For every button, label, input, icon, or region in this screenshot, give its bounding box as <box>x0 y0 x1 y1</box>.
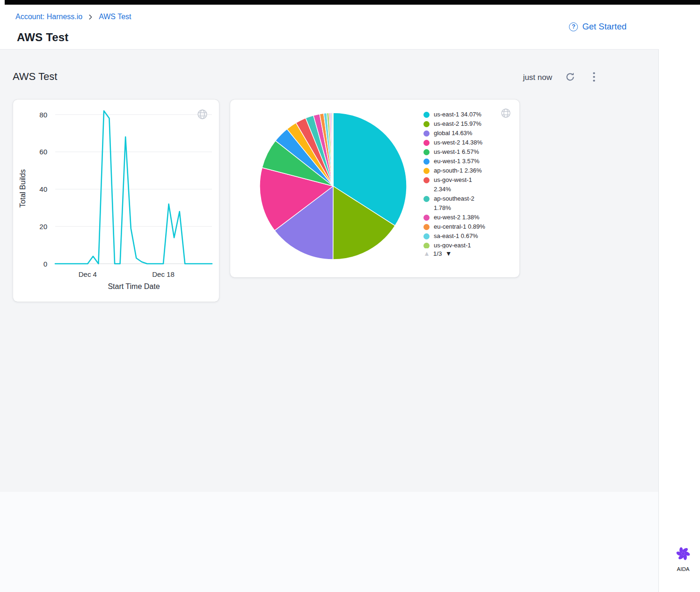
chevron-right-icon <box>88 14 94 20</box>
dashboard-controls: just now <box>523 72 595 84</box>
svg-text:Dec 4: Dec 4 <box>79 270 97 278</box>
legend-color-dot <box>423 215 430 221</box>
legend-item[interactable]: ap-south-1 2.36% <box>423 166 495 175</box>
aida-label: AIDA <box>670 566 696 572</box>
dashboard-title: AWS Test <box>13 71 57 83</box>
legend-color-dot <box>423 159 430 165</box>
legend-label: ap-southeast-2 1.78% <box>434 194 487 213</box>
pie-legend: us-east-1 34.07%us-east-2 15.97%global 1… <box>423 110 495 257</box>
aida-assistant-button[interactable]: AIDA <box>670 544 696 572</box>
breadcrumb: Account: Harness.io AWS Test <box>15 13 131 21</box>
legend-color-dot <box>423 112 430 118</box>
breadcrumb-account-link[interactable]: Account: Harness.io <box>15 13 82 21</box>
legend-page-up-button[interactable]: ▲ <box>423 250 430 257</box>
svg-text:40: 40 <box>39 185 47 193</box>
globe-icon <box>197 108 208 122</box>
pie-chart-card: us-east-1 34.07%us-east-2 15.97%global 1… <box>230 100 519 277</box>
legend-item[interactable]: eu-central-1 0.89% <box>423 222 495 231</box>
legend-label: ap-south-1 2.36% <box>434 166 487 175</box>
get-started-button[interactable]: ? Get Started <box>566 21 629 32</box>
refresh-button[interactable] <box>565 72 576 84</box>
legend-label: us-west-2 14.38% <box>434 138 487 147</box>
legend-color-dot <box>423 130 430 137</box>
legend-color-dot <box>423 121 430 127</box>
svg-text:0: 0 <box>44 260 47 268</box>
globe-icon <box>500 108 511 121</box>
last-refreshed-label: just now <box>523 73 552 82</box>
legend-item[interactable]: us-gov-west-1 2.34% <box>423 175 495 194</box>
page: Account: Harness.io AWS Test AWS Test ? … <box>0 0 700 592</box>
legend-item[interactable]: us-east-2 15.97% <box>423 119 495 129</box>
kebab-menu-icon <box>593 72 595 83</box>
legend-item[interactable]: us-gov-east-1 0.48% <box>423 241 495 248</box>
legend-label: us-gov-east-1 0.48% <box>434 241 487 248</box>
get-started-label: Get Started <box>582 22 627 32</box>
svg-text:60: 60 <box>39 148 47 156</box>
dashboard-panel: AWS Test just now 020406080Dec 4Dec 18To… <box>0 49 659 492</box>
svg-text:Start Time Date: Start Time Date <box>108 282 160 290</box>
svg-text:Total Builds: Total Builds <box>19 169 27 208</box>
legend-pagination: ▲ 1/3 ▼ <box>423 250 495 257</box>
legend-item[interactable]: us-west-2 14.38% <box>423 138 495 147</box>
refresh-icon <box>565 72 576 84</box>
legend-color-dot <box>423 149 430 155</box>
more-options-button[interactable] <box>593 72 595 83</box>
legend-item[interactable]: eu-west-1 3.57% <box>423 157 495 166</box>
legend-page-down-button[interactable]: ▼ <box>445 250 452 257</box>
legend-label: us-east-1 34.07% <box>434 110 487 119</box>
legend-label: us-east-2 15.97% <box>434 119 487 129</box>
legend-label: us-gov-west-1 2.34% <box>434 175 487 194</box>
legend-color-dot <box>423 224 430 230</box>
legend-color-dot <box>423 233 430 239</box>
svg-text:80: 80 <box>39 111 47 119</box>
legend-color-dot <box>423 243 430 249</box>
legend-label: eu-west-1 3.57% <box>434 157 487 166</box>
legend-item[interactable]: global 14.63% <box>423 129 495 138</box>
legend-label: eu-central-1 0.89% <box>434 222 487 231</box>
legend-color-dot <box>423 168 430 174</box>
legend-item[interactable]: sa-east-1 0.67% <box>423 231 495 241</box>
svg-text:20: 20 <box>39 223 47 231</box>
legend-item[interactable]: ap-southeast-2 1.78% <box>423 194 495 213</box>
footer-panel <box>0 492 659 592</box>
legend-page-label: 1/3 <box>433 250 442 257</box>
pie-legend-list: us-east-1 34.07%us-east-2 15.97%global 1… <box>423 110 495 248</box>
legend-color-dot <box>423 196 430 202</box>
svg-text:Dec 18: Dec 18 <box>152 270 175 278</box>
legend-label: global 14.63% <box>434 129 487 138</box>
legend-item[interactable]: eu-west-2 1.38% <box>423 213 495 222</box>
pie-chart[interactable] <box>258 111 408 261</box>
breadcrumb-current-link[interactable]: AWS Test <box>99 13 131 21</box>
top-bar <box>5 0 700 5</box>
aida-icon <box>674 557 693 564</box>
legend-item[interactable]: us-east-1 34.07% <box>423 110 495 119</box>
line-chart[interactable]: 020406080Dec 4Dec 18Total BuildsStart Ti… <box>13 100 219 302</box>
legend-label: eu-west-2 1.38% <box>434 213 487 222</box>
legend-item[interactable]: us-west-1 6.57% <box>423 147 495 157</box>
legend-label: us-west-1 6.57% <box>434 147 487 157</box>
line-chart-card: 020406080Dec 4Dec 18Total BuildsStart Ti… <box>13 100 219 302</box>
help-icon: ? <box>569 22 578 31</box>
legend-color-dot <box>423 177 430 183</box>
legend-color-dot <box>423 140 430 146</box>
page-title: AWS Test <box>17 31 69 44</box>
legend-label: sa-east-1 0.67% <box>434 231 487 241</box>
